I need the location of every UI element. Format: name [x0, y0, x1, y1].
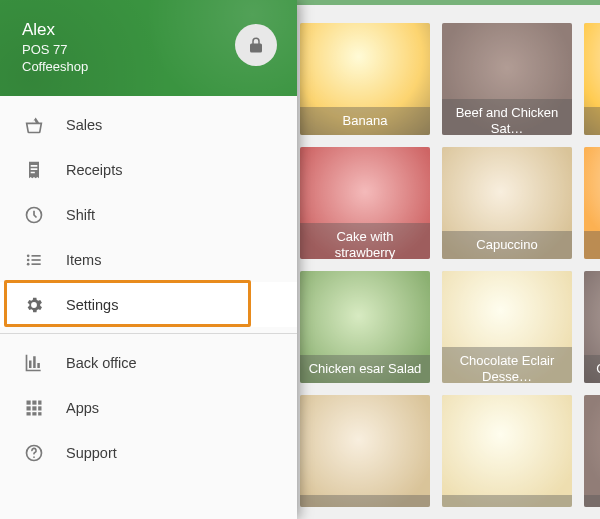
product-tile[interactable]	[584, 395, 600, 507]
nav-label: Back office	[66, 355, 137, 371]
svg-rect-7	[27, 400, 31, 404]
navigation-drawer: Alex POS 77 Coffeeshop Sales Receipts	[0, 0, 297, 519]
lock-icon	[247, 36, 265, 54]
clock-icon	[20, 205, 48, 225]
svg-rect-4	[32, 259, 41, 261]
tile-caption: Carrot Fr	[584, 231, 600, 259]
lock-button[interactable]	[235, 24, 277, 66]
store-name: Coffeeshop	[22, 59, 277, 74]
svg-point-1	[27, 254, 30, 257]
product-tile[interactable]: Chicken esar Salad	[300, 271, 430, 383]
svg-rect-10	[27, 406, 31, 410]
svg-rect-6	[32, 263, 41, 265]
tile-caption: Beer gla	[584, 107, 600, 135]
nav-item-settings[interactable]: Settings	[0, 282, 297, 327]
nav-label: Items	[66, 252, 101, 268]
product-tile[interactable]	[442, 395, 572, 507]
svg-rect-2	[32, 255, 41, 257]
nav-item-shift[interactable]: Shift	[0, 192, 297, 237]
tile-caption	[584, 495, 600, 507]
svg-rect-9	[38, 400, 41, 404]
product-tile[interactable]: Capuccino	[442, 147, 572, 259]
tile-caption: Chocolat truffle de	[584, 355, 600, 383]
svg-rect-8	[32, 400, 36, 404]
tile-caption: Beef and Chicken Sat…	[442, 99, 572, 135]
nav-label: Receipts	[66, 162, 122, 178]
product-tile[interactable]: Beer gla	[584, 23, 600, 135]
svg-rect-13	[27, 412, 31, 415]
nav-label: Support	[66, 445, 117, 461]
product-tile[interactable]: Carrot Fr	[584, 147, 600, 259]
drawer-header: Alex POS 77 Coffeeshop	[0, 0, 297, 96]
nav-item-apps[interactable]: Apps	[0, 385, 297, 430]
tile-caption: Cake with strawberry	[300, 223, 430, 259]
tile-caption: Capuccino	[442, 231, 572, 259]
nav-item-items[interactable]: Items	[0, 237, 297, 282]
chart-icon	[20, 353, 48, 373]
menu-divider	[0, 333, 297, 334]
tile-caption: Banana	[300, 107, 430, 135]
list-icon	[20, 250, 48, 270]
svg-rect-12	[38, 406, 41, 410]
svg-rect-14	[32, 412, 36, 415]
nav-item-sales[interactable]: Sales	[0, 102, 297, 147]
help-icon	[20, 443, 48, 463]
svg-rect-15	[38, 412, 41, 415]
nav-item-support[interactable]: Support	[0, 430, 297, 475]
product-tile[interactable]: Chocolat truffle de	[584, 271, 600, 383]
apps-icon	[20, 398, 48, 418]
nav-label: Sales	[66, 117, 102, 133]
tile-caption	[442, 495, 572, 507]
nav-label: Settings	[66, 297, 118, 313]
nav-label: Shift	[66, 207, 95, 223]
tile-caption: Chocolate Eclair Desse…	[442, 347, 572, 383]
product-tile[interactable]: Banana	[300, 23, 430, 135]
nav-item-back-office[interactable]: Back office	[0, 340, 297, 385]
svg-rect-11	[32, 406, 36, 410]
tile-caption	[300, 495, 430, 507]
product-tile[interactable]: Beef and Chicken Sat…	[442, 23, 572, 135]
product-tile[interactable]: Cake with strawberry	[300, 147, 430, 259]
svg-point-3	[27, 258, 30, 261]
product-tile[interactable]	[300, 395, 430, 507]
gear-icon	[20, 295, 48, 315]
svg-point-17	[33, 456, 35, 458]
tile-caption: Chicken esar Salad	[300, 355, 430, 383]
basket-icon	[20, 115, 48, 135]
product-tile[interactable]: Chocolate Eclair Desse…	[442, 271, 572, 383]
nav-item-receipts[interactable]: Receipts	[0, 147, 297, 192]
receipt-icon	[20, 160, 48, 180]
svg-point-5	[27, 262, 30, 265]
nav-label: Apps	[66, 400, 99, 416]
